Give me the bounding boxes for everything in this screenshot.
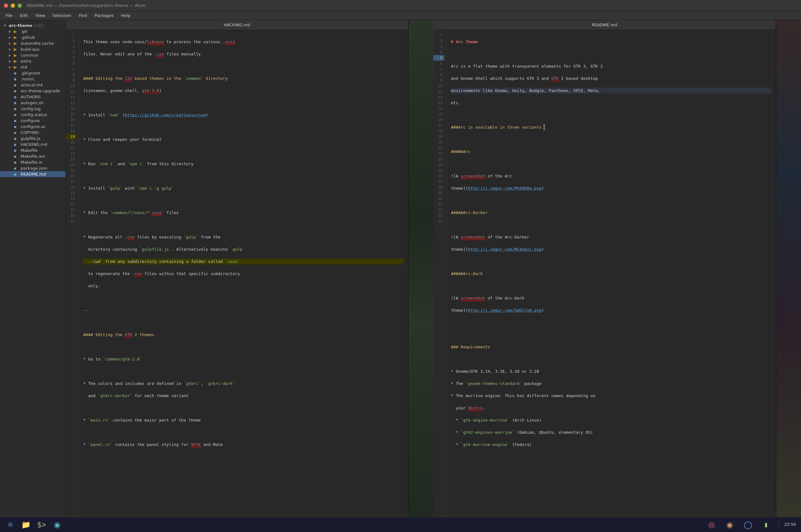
sidebar-label-config-log: config.log: [21, 107, 41, 111]
code-line-h9: * Close and reopen your terminal: [83, 136, 404, 143]
folder-icon: ▶: [14, 41, 19, 46]
readme-line-20: #####Arc-Dark: [451, 271, 772, 277]
readme-line-3: Arc is a flat theme with transparent ele…: [451, 63, 772, 70]
sidebar-label-aclocal: aclocal.m4: [21, 83, 42, 87]
sidebar-item-m4[interactable]: ▶ ▶ m4: [0, 64, 65, 70]
terminal2-icon: ▮: [765, 521, 768, 528]
firefox-icon: ◉: [727, 520, 733, 529]
chevron-right-icon: ▶: [9, 48, 14, 51]
code-line-h33: [83, 429, 404, 436]
ln-32: 32: [66, 207, 77, 213]
readme-line-27: [451, 356, 772, 362]
project-root[interactable]: ▼ arc-theme [hdpi]: [0, 22, 65, 28]
code-line-h24: [83, 320, 404, 326]
readme-editor[interactable]: 1 2 3 4 5 6 7 8 9 10 11 12 13 14 15 16 1: [433, 30, 776, 522]
sidebar-item-autogen[interactable]: ▪ autogen.sh: [0, 100, 65, 106]
sidebar-label-readme: README.md: [21, 172, 46, 176]
sidebar-label-configure-ac: configure.ac: [21, 124, 46, 129]
sidebar-item-hacking[interactable]: ▪ HACKING.md: [0, 141, 65, 147]
menu-packages[interactable]: Packages: [91, 13, 117, 18]
code-line-h5: (cinnamon, gnome-shell, gtk-3.0): [83, 88, 404, 94]
taskbar-clock: 23:56: [784, 522, 796, 527]
readme-line-10: #####Arc: [451, 149, 772, 155]
tab-readme[interactable]: README.md: [433, 20, 776, 30]
folder-icon: ▶: [14, 59, 19, 63]
taskbar-files[interactable]: 📁: [19, 518, 33, 532]
sidebar-item-copying[interactable]: ▪ COPYING: [0, 130, 65, 135]
sidebar-item-git[interactable]: ▶ ▶ .git: [0, 28, 65, 34]
taskbar-earth[interactable]: ◯: [741, 518, 755, 532]
sidebar-item-gulpfile[interactable]: ▪ gulpfile.js: [0, 135, 65, 141]
tab-hacking-label: HACKING.md: [224, 22, 250, 27]
readme-line-1: # Arc Theme: [451, 39, 772, 45]
menu-find[interactable]: Find: [76, 13, 91, 18]
readme-line-18: theme](http://i.imgur.com/NC6dqyl.png): [451, 246, 772, 252]
minimize-button[interactable]: −: [11, 3, 15, 8]
code-line-h14: [83, 197, 404, 204]
readme-line-19: [451, 259, 772, 265]
readme-line-28: * Gnome/GTK 3.14, 3.16, 3.18 or 3.20: [451, 368, 772, 375]
sidebar-item-makefile-in[interactable]: ▪ Makefile.in: [0, 159, 65, 165]
maximize-button[interactable]: +: [18, 3, 22, 8]
code-line-h15: * Edit the `common/*/sass/*.scss` files: [83, 210, 404, 216]
sidebar-item-makefile-am[interactable]: ▪ Makefile.am: [0, 153, 65, 159]
taskbar-terminal2[interactable]: ▮: [759, 518, 773, 532]
sidebar-item-config-status[interactable]: ▪ config.status: [0, 112, 65, 118]
file-icon: ▪: [14, 107, 19, 111]
sidebar-label-config-status: config.status: [21, 112, 47, 117]
readme-line-4: and Gnome-Shell which supports GTK 3 and…: [451, 75, 772, 82]
readme-line-5: environments like Gnome, Unity, Budgie, …: [451, 88, 772, 94]
menu-help[interactable]: Help: [118, 13, 134, 18]
taskbar-atom[interactable]: ⚛: [3, 518, 17, 532]
ln-9: 9: [66, 78, 77, 83]
sidebar-item-configure-ac[interactable]: ▪ configure.ac: [0, 124, 65, 130]
sidebar-item-arc-theme-upgrade[interactable]: ▪ arc-theme-upgrade: [0, 88, 65, 94]
readme-line-12: ![A screenshot of the Arc: [451, 173, 772, 179]
taskbar-terminal[interactable]: $>: [35, 518, 49, 532]
taskbar-chrome[interactable]: ◎: [705, 518, 719, 532]
code-line-h8: [83, 124, 404, 131]
file-icon: ▪: [14, 136, 19, 141]
code-line-h20: to regenerate the .css files within that…: [83, 271, 404, 277]
sidebar-item-nvmrc[interactable]: ▪ .nvmrc: [0, 76, 65, 82]
sidebar-item-aclocal[interactable]: ▪ aclocal.m4: [0, 82, 65, 88]
sidebar-item-common[interactable]: ▶ ▶ common: [0, 52, 65, 58]
sidebar-item-build-aux[interactable]: ▶ ▶ build-aux: [0, 46, 65, 52]
taskbar-firefox[interactable]: ◉: [723, 518, 737, 532]
sidebar-item-package-json[interactable]: ▪ package.json: [0, 165, 65, 171]
file-icon: ▪: [14, 71, 19, 75]
hacking-code: This theme uses node-sass/libsass to pro…: [79, 30, 408, 522]
menu-selection[interactable]: Selection: [50, 13, 74, 18]
menu-edit[interactable]: Edit: [17, 13, 31, 18]
menu-view[interactable]: View: [32, 13, 48, 18]
ln-8: 8: [66, 72, 77, 78]
sidebar-item-configure[interactable]: ▪ configure: [0, 118, 65, 124]
code-line-h22: [83, 295, 404, 301]
menu-file[interactable]: File: [2, 13, 16, 18]
tab-hacking[interactable]: HACKING.md: [66, 20, 408, 30]
readme-line-22: ![A screenshot of the Arc-Dark: [451, 295, 772, 301]
ln-25: 25: [66, 168, 77, 173]
code-line-h28: [83, 368, 404, 375]
taskbar: ⚛ 📁 $> ◉ ◎ ◉ ◯ ▮ 23:56: [0, 517, 801, 532]
sidebar-item-authors[interactable]: ▪ AUTHORS: [0, 94, 65, 100]
folder-icon: ▶: [14, 53, 19, 58]
readme-line-15: #####Arc-Darker: [451, 210, 772, 216]
sidebar-item-gitignore[interactable]: ▪ .gitignore: [0, 70, 65, 76]
sidebar-item-readme[interactable]: ▪ README.md: [0, 171, 65, 177]
taskbar-browser[interactable]: ◉: [50, 518, 64, 532]
sidebar-item-extra[interactable]: ▶ ▶ extra: [0, 58, 65, 64]
ln-17: 17: [66, 123, 77, 128]
ln-28: 28: [66, 185, 77, 190]
readme-line-23: theme](http://i.imgur.com/5AGlCnA.png): [451, 307, 772, 314]
sidebar-item-makefile[interactable]: ▪ Makefile: [0, 147, 65, 153]
sidebar-label-gitignore: .gitignore: [21, 71, 40, 75]
sidebar-item-github[interactable]: ▶ ▶ .github: [0, 34, 65, 40]
sidebar-item-autom4te[interactable]: ▶ ▶ autom4te.cache: [0, 40, 65, 46]
hacking-editor[interactable]: 1 2 3 4 5 6 7 8 9 10 11 12 13 14 15 16 1: [66, 30, 408, 522]
sidebar-item-config-log[interactable]: ▪ config.log: [0, 106, 65, 112]
close-button[interactable]: ✕: [4, 3, 8, 8]
earth-icon: ◯: [744, 520, 752, 529]
minimap-left: [408, 20, 433, 522]
code-line-h10: [83, 149, 404, 155]
